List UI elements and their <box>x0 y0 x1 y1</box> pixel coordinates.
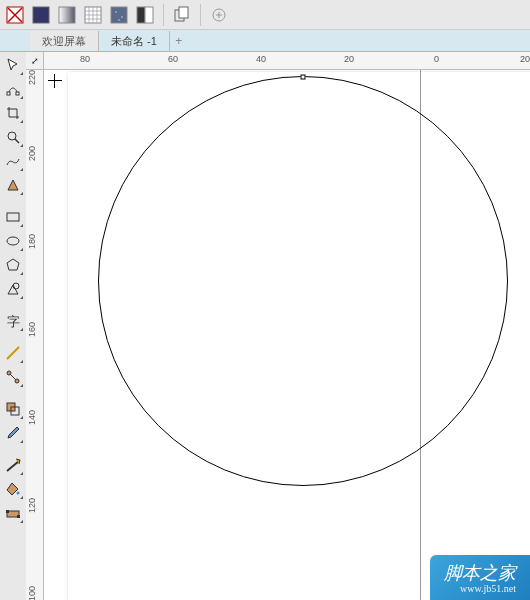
svg-rect-16 <box>16 92 19 95</box>
interactive-fill-tool-icon[interactable] <box>2 502 24 524</box>
ellipse-tool-icon[interactable] <box>2 230 24 252</box>
ellipse-node[interactable] <box>301 75 306 80</box>
crop-tool-icon[interactable] <box>2 102 24 124</box>
copy-fill-icon[interactable] <box>171 4 193 26</box>
solid-fill-swatch[interactable] <box>30 4 52 26</box>
shape-tool-icon[interactable] <box>2 78 24 100</box>
pattern-fill-swatch[interactable] <box>82 4 104 26</box>
svg-line-26 <box>10 374 16 380</box>
svg-rect-13 <box>179 7 188 18</box>
rectangle-tool-icon[interactable] <box>2 206 24 228</box>
ruler-vertical[interactable]: 220 200 180 160 140 120 100 <box>26 70 44 600</box>
ruler-v-tick: 220 <box>27 70 37 85</box>
canvas[interactable] <box>44 70 530 600</box>
toolbar-divider <box>163 4 164 26</box>
watermark-title: 脚本之家 <box>444 563 516 583</box>
watermark: 脚本之家 www.jb51.net <box>430 555 530 600</box>
basic-shapes-tool-icon[interactable] <box>2 278 24 300</box>
ruler-v-tick: 100 <box>27 586 37 600</box>
tab-add-icon[interactable]: + <box>170 31 188 51</box>
dimension-tool-icon[interactable] <box>2 342 24 364</box>
tab-welcome[interactable]: 欢迎屏幕 <box>30 31 99 51</box>
eyedropper-tool-icon[interactable] <box>2 422 24 444</box>
svg-point-8 <box>121 16 123 18</box>
svg-rect-19 <box>7 213 19 221</box>
ruler-h-tick: 20 <box>344 54 354 64</box>
svg-point-17 <box>8 132 16 140</box>
svg-line-23 <box>7 347 19 359</box>
svg-line-18 <box>15 139 19 143</box>
ellipse-object[interactable] <box>98 76 508 486</box>
polygon-tool-icon[interactable] <box>2 254 24 276</box>
toolbar-divider <box>200 4 201 26</box>
fill-tool-icon[interactable] <box>2 478 24 500</box>
postscript-fill-swatch[interactable] <box>134 4 156 26</box>
add-icon[interactable] <box>208 4 230 26</box>
svg-text:字: 字 <box>7 314 20 329</box>
ruler-v-tick: 120 <box>27 498 37 513</box>
cursor-crosshair-icon <box>48 74 62 88</box>
watermark-url: www.jb51.net <box>444 583 516 594</box>
ruler-origin-icon[interactable]: ⤢ <box>26 52 44 70</box>
pick-tool-icon[interactable] <box>2 54 24 76</box>
ruler-v-tick: 200 <box>27 146 37 161</box>
texture-fill-swatch[interactable] <box>108 4 130 26</box>
ruler-h-tick: 0 <box>434 54 439 64</box>
document-tabs: 欢迎屏幕 未命名 -1 + <box>0 30 530 52</box>
ruler-v-tick: 140 <box>27 410 37 425</box>
workspace: ⤢ 80 60 40 20 0 20 220 200 180 160 140 1… <box>26 52 530 600</box>
svg-rect-3 <box>33 7 49 23</box>
ruler-h-tick: 20 <box>520 54 530 64</box>
svg-point-20 <box>7 237 19 245</box>
fountain-fill-swatch[interactable] <box>56 4 78 26</box>
ruler-horizontal[interactable]: 80 60 40 20 0 20 <box>44 52 530 70</box>
text-tool-icon[interactable]: 字 <box>2 310 24 332</box>
ruler-v-tick: 180 <box>27 234 37 249</box>
svg-rect-10 <box>137 7 145 23</box>
svg-point-29 <box>17 492 20 495</box>
svg-rect-15 <box>7 92 10 95</box>
svg-point-7 <box>115 11 117 13</box>
outline-tool-icon[interactable] <box>2 454 24 476</box>
top-toolbar <box>0 0 530 30</box>
connector-tool-icon[interactable] <box>2 366 24 388</box>
svg-rect-11 <box>145 7 153 23</box>
svg-rect-4 <box>59 7 75 23</box>
svg-rect-31 <box>6 510 9 513</box>
no-fill-swatch[interactable] <box>4 4 26 26</box>
svg-rect-32 <box>17 515 20 518</box>
ruler-h-tick: 80 <box>80 54 90 64</box>
toolbox: 字 <box>0 52 26 600</box>
zoom-tool-icon[interactable] <box>2 126 24 148</box>
svg-point-9 <box>118 19 120 21</box>
effects-tool-icon[interactable] <box>2 398 24 420</box>
freehand-tool-icon[interactable] <box>2 150 24 172</box>
smart-fill-tool-icon[interactable] <box>2 174 24 196</box>
ruler-h-tick: 60 <box>168 54 178 64</box>
ruler-h-tick: 40 <box>256 54 266 64</box>
tab-document[interactable]: 未命名 -1 <box>99 31 170 51</box>
ruler-v-tick: 160 <box>27 322 37 337</box>
